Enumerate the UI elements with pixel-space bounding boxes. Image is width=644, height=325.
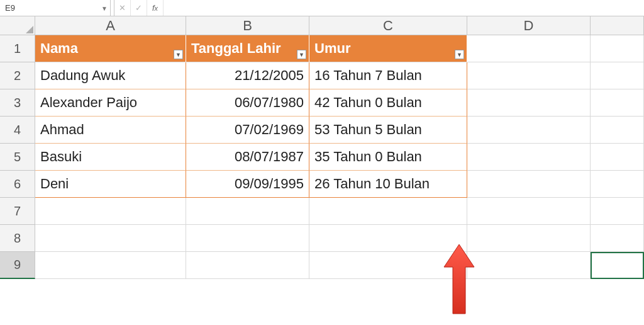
cell-C9[interactable] [309,252,467,279]
cell-E4[interactable] [591,117,644,144]
cell-E9[interactable] [591,252,644,279]
col-header-C[interactable]: C [309,16,467,35]
cell-tanggal[interactable]: 08/07/1987 [186,144,309,171]
header-text: Nama [40,40,78,57]
cell-tanggal[interactable]: 07/02/1969 [186,117,309,144]
col-header-A[interactable]: A [35,16,186,35]
cell-D2[interactable] [467,62,591,89]
cell-A7[interactable] [35,198,186,225]
formula-input[interactable] [164,0,644,16]
cell-E6[interactable] [591,171,644,198]
header-umur[interactable]: Umur ▼ [309,35,467,62]
col-header-D[interactable]: D [467,16,591,35]
filter-dropdown-icon[interactable]: ▼ [455,50,464,59]
cell-D7[interactable] [467,198,591,225]
name-box-dropdown-icon[interactable]: ▼ [101,4,108,11]
row-header-5[interactable]: 5 [0,144,35,171]
cell-nama[interactable]: Deni [35,171,186,198]
cell-umur[interactable]: 35 Tahun 0 Bulan [309,144,467,171]
header-text: Tanggal Lahir [191,40,281,57]
cell-A9[interactable] [35,252,186,279]
cell-D5[interactable] [467,144,591,171]
cell-E1[interactable] [591,35,644,62]
cell-B9[interactable] [186,252,309,279]
formula-bar: E9 ▼ ✕ ✓ fx [0,0,644,16]
cell-E5[interactable] [591,144,644,171]
row-header-8[interactable]: 8 [0,225,35,252]
cell-nama[interactable]: Dadung Awuk [35,62,186,89]
cell-D4[interactable] [467,117,591,144]
row-header-9[interactable]: 9 [0,252,35,279]
col-header-E[interactable] [591,16,644,35]
fx-button[interactable]: fx [147,0,164,16]
cancel-button: ✕ [114,0,131,16]
cell-D9[interactable] [467,252,591,279]
cell-tanggal[interactable]: 21/12/2005 [186,62,309,89]
spreadsheet-grid: A B C D 1 Nama ▼ Tanggal Lahir ▼ Umur ▼ … [0,16,644,279]
cell-tanggal[interactable]: 09/09/1995 [186,171,309,198]
cell-umur[interactable]: 42 Tahun 0 Bulan [309,89,467,117]
cell-A8[interactable] [35,225,186,252]
cell-umur[interactable]: 53 Tahun 5 Bulan [309,117,467,144]
cell-D8[interactable] [467,225,591,252]
cell-tanggal[interactable]: 06/07/1980 [186,89,309,117]
cell-D1[interactable] [467,35,591,62]
row-header-6[interactable]: 6 [0,171,35,198]
cell-umur[interactable]: 16 Tahun 7 Bulan [309,62,467,89]
cell-D6[interactable] [467,171,591,198]
cell-E8[interactable] [591,225,644,252]
filter-dropdown-icon[interactable]: ▼ [174,50,183,59]
cell-B7[interactable] [186,198,309,225]
cell-E3[interactable] [591,89,644,117]
row-header-7[interactable]: 7 [0,198,35,225]
row-header-2[interactable]: 2 [0,62,35,89]
cell-D3[interactable] [467,89,591,117]
header-tanggal[interactable]: Tanggal Lahir ▼ [186,35,309,62]
select-all-corner[interactable] [0,16,35,35]
cell-B8[interactable] [186,225,309,252]
row-header-3[interactable]: 3 [0,89,35,117]
enter-button: ✓ [131,0,147,16]
cell-C8[interactable] [309,225,467,252]
cell-nama[interactable]: Alexander Paijo [35,89,186,117]
name-box[interactable]: E9 ▼ [0,0,111,16]
row-header-1[interactable]: 1 [0,35,35,62]
filter-dropdown-icon[interactable]: ▼ [297,50,306,59]
cell-E2[interactable] [591,62,644,89]
col-header-B[interactable]: B [186,16,309,35]
cell-reference: E9 [5,3,15,13]
cell-umur[interactable]: 26 Tahun 10 Bulan [309,171,467,198]
header-text: Umur [314,40,350,57]
row-header-4[interactable]: 4 [0,117,35,144]
cell-nama[interactable]: Basuki [35,144,186,171]
cell-E7[interactable] [591,198,644,225]
cell-C7[interactable] [309,198,467,225]
header-nama[interactable]: Nama ▼ [35,35,186,62]
cell-nama[interactable]: Ahmad [35,117,186,144]
